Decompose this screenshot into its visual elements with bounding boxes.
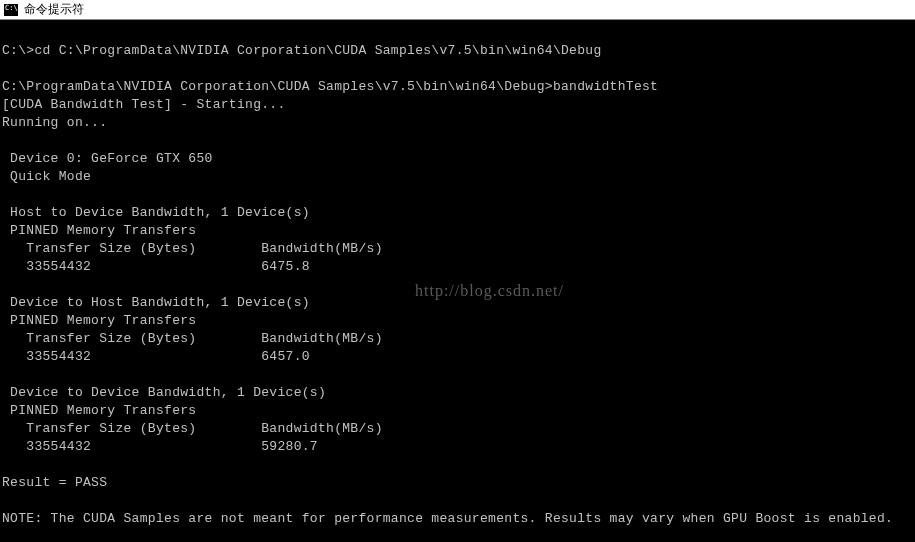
command-text: cd C:\ProgramData\NVIDIA Corporation\CUD… [34,43,601,58]
window-title: 命令提示符 [24,1,84,18]
column-header: Bandwidth(MB/s) [261,331,383,346]
data-value: 6457.0 [261,349,310,364]
prompt: C:\> [2,43,34,58]
cmd-icon [4,4,18,16]
window-titlebar[interactable]: 命令提示符 [0,0,915,20]
column-header: Transfer Size (Bytes) [2,331,196,346]
data-value: 33554432 [2,439,91,454]
output-line: Device 0: GeForce GTX 650 [2,151,213,166]
data-value: 33554432 [2,349,91,364]
data-value: 33554432 [2,259,91,274]
section-header: Host to Device Bandwidth, 1 Device(s) [2,205,310,220]
data-value: 59280.7 [261,439,318,454]
prompt: C:\ProgramData\NVIDIA Corporation\CUDA S… [2,79,553,94]
data-value: 6475.8 [261,259,310,274]
section-header: Device to Host Bandwidth, 1 Device(s) [2,295,310,310]
column-header: Transfer Size (Bytes) [2,241,196,256]
column-header: Bandwidth(MB/s) [261,421,383,436]
output-line: Running on... [2,115,107,130]
column-header: Transfer Size (Bytes) [2,421,196,436]
output-line: PINNED Memory Transfers [2,223,196,238]
output-line: Quick Mode [2,169,91,184]
result-line: Result = PASS [2,475,107,490]
terminal-output[interactable]: C:\>cd C:\ProgramData\NVIDIA Corporation… [0,20,915,532]
output-line: [CUDA Bandwidth Test] - Starting... [2,97,286,112]
section-header: Device to Device Bandwidth, 1 Device(s) [2,385,326,400]
column-header: Bandwidth(MB/s) [261,241,383,256]
output-line: PINNED Memory Transfers [2,403,196,418]
note-line: NOTE: The CUDA Samples are not meant for… [2,511,893,526]
command-text: bandwidthTest [553,79,658,94]
output-line: PINNED Memory Transfers [2,313,196,328]
